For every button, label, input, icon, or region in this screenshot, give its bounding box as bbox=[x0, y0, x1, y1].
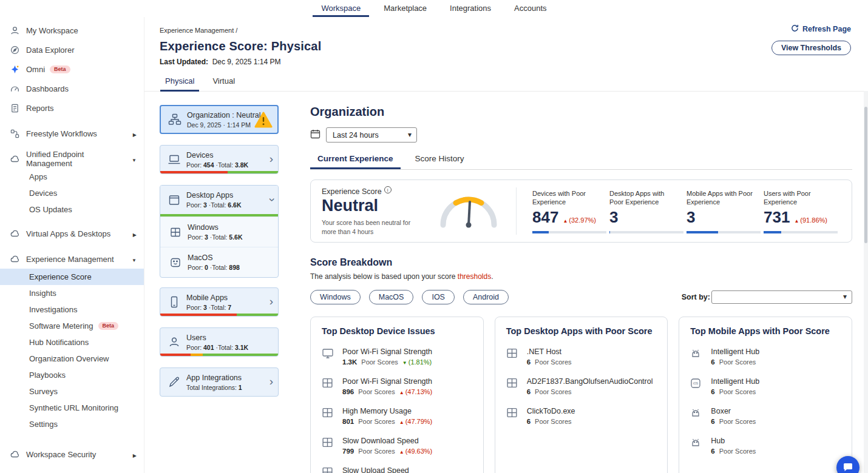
sidebar-item-uem[interactable]: Unified Endpoint Management bbox=[0, 149, 144, 169]
chevron-right-icon[interactable] bbox=[270, 298, 273, 307]
desktop-apps-card[interactable]: Desktop Apps Poor: 3 ·Total: 6.6K bbox=[160, 186, 278, 214]
sidebar-item-freestyle-workflows[interactable]: Freestyle Workflows bbox=[0, 124, 144, 143]
time-range-select[interactable]: Last 24 hours bbox=[326, 127, 417, 143]
sidebar-item-organization-overview[interactable]: Organization Overview bbox=[0, 351, 144, 367]
filter-pill-android[interactable]: Android bbox=[463, 290, 509, 304]
metric-bar bbox=[687, 231, 761, 233]
tab-virtual[interactable]: Virtual bbox=[208, 73, 240, 92]
top-tab-integrations[interactable]: Integrations bbox=[441, 0, 500, 17]
chat-bubble-icon bbox=[843, 462, 853, 473]
page-title: Experience Score: Physical bbox=[160, 39, 852, 53]
sidebar-item-label: OS Updates bbox=[29, 205, 72, 214]
sidebar-item-software-metering[interactable]: Software Metering Beta bbox=[0, 318, 144, 334]
chevron-down-icon[interactable] bbox=[132, 255, 137, 264]
sidebar: My Workspace Data Explorer Omni Beta Das… bbox=[0, 17, 144, 473]
sort-by-label: Sort by: bbox=[682, 293, 710, 301]
filter-pill-ios[interactable]: IOS bbox=[422, 290, 455, 304]
sidebar-item-apps[interactable]: Apps bbox=[0, 169, 144, 185]
issue-row[interactable]: AD2F1837.BangOlufsenAudioControl 6Poor S… bbox=[506, 377, 657, 395]
top-tab-workspace[interactable]: Workspace bbox=[313, 0, 369, 17]
issue-row[interactable]: Intelligent Hub 6Poor Scores bbox=[690, 347, 841, 366]
sidebar-item-omni[interactable]: Omni Beta bbox=[0, 59, 144, 79]
chevron-down-icon[interactable] bbox=[266, 198, 276, 201]
sidebar-item-reports[interactable]: Reports bbox=[0, 98, 144, 118]
windows-icon bbox=[168, 227, 183, 237]
sidebar-item-playbooks[interactable]: Playbooks bbox=[0, 367, 144, 383]
organization-card[interactable]: Organization : Neutral Dec 9, 2025 · 1:1… bbox=[160, 105, 279, 134]
tab-physical[interactable]: Physical bbox=[160, 73, 199, 92]
sidebar-item-experience-score[interactable]: Experience Score bbox=[0, 269, 144, 285]
top-tab-marketplace[interactable]: Marketplace bbox=[375, 0, 435, 17]
android-icon bbox=[690, 407, 705, 425]
sidebar-item-surveys[interactable]: Surveys bbox=[0, 383, 144, 400]
metric-label: Devices with Poor Experience bbox=[532, 189, 601, 207]
person-icon bbox=[10, 25, 20, 36]
sidebar-item-settings[interactable]: Settings bbox=[0, 416, 144, 432]
app-integrations-card[interactable]: App Integrations Total Integrations: 1 bbox=[160, 367, 279, 397]
issue-row[interactable]: Poor Wi-Fi Signal Strength 896Poor Score… bbox=[322, 377, 472, 395]
last-updated-label: Last Updated: bbox=[160, 58, 208, 66]
dashboard-gauge-icon bbox=[10, 84, 20, 94]
top-tab-accounts[interactable]: Accounts bbox=[506, 0, 555, 17]
desktop-apps-card-stats: Poor: 3 ·Total: 6.6K bbox=[186, 201, 242, 209]
pencil-icon bbox=[166, 376, 182, 388]
delta-up-indicator: (49.63%) bbox=[399, 448, 433, 455]
app-window-icon bbox=[322, 377, 336, 395]
issue-row[interactable]: Hub 6Poor Scores bbox=[690, 437, 841, 455]
tab-score-history[interactable]: Score History bbox=[408, 154, 472, 169]
windows-card[interactable]: Windows Poor: 3 ·Total: 5.6K bbox=[160, 216, 278, 247]
issue-row[interactable]: iOS Intelligent Hub 6Poor Scores bbox=[690, 377, 841, 395]
sidebar-item-virtual-apps-desktops[interactable]: Virtual Apps & Desktops bbox=[0, 224, 144, 243]
macos-card[interactable]: MacOS Poor: 0 ·Total: 898 bbox=[160, 247, 278, 277]
android-icon bbox=[690, 347, 705, 366]
issue-row[interactable]: High Memory Usage 801Poor Scores(47.79%) bbox=[322, 407, 472, 425]
breadcrumb[interactable]: Experience Management / bbox=[160, 27, 852, 34]
sidebar-item-data-explorer[interactable]: Data Explorer bbox=[0, 40, 144, 59]
issue-row[interactable]: ClickToDo.exe 6Poor Scores bbox=[506, 407, 657, 425]
delta-up-indicator: (47.79%) bbox=[399, 418, 433, 425]
filter-pill-macos[interactable]: MacOS bbox=[369, 290, 414, 304]
thresholds-link[interactable]: thresholds bbox=[458, 272, 491, 281]
issue-row[interactable]: Slow Download Speed 799Poor Scores(49.63… bbox=[322, 437, 472, 455]
sidebar-item-label: Hub Notifications bbox=[29, 338, 89, 347]
chevron-down-icon[interactable] bbox=[132, 155, 137, 164]
users-card[interactable]: Users Poor: 401 ·Total: 3.1K bbox=[160, 327, 279, 357]
sidebar-item-synthetic-url-monitoring[interactable]: Synthetic URL Monitoring bbox=[0, 400, 144, 416]
sidebar-item-my-workspace[interactable]: My Workspace bbox=[0, 21, 144, 40]
metric-value: 847 bbox=[532, 208, 558, 227]
chevron-right-icon[interactable] bbox=[133, 229, 137, 238]
sidebar-item-os-updates[interactable]: OS Updates bbox=[0, 201, 144, 218]
cloud-security-icon bbox=[10, 449, 20, 460]
sidebar-item-workspace-security[interactable]: Workspace Security bbox=[0, 444, 144, 464]
chevron-right-icon[interactable] bbox=[133, 450, 137, 459]
sidebar-item-insights[interactable]: Insights bbox=[0, 285, 144, 301]
issue-row[interactable]: Boxer 6Poor Scores bbox=[690, 407, 841, 425]
chevron-right-icon[interactable] bbox=[133, 129, 137, 138]
top-navigation: Workspace Marketplace Integrations Accou… bbox=[0, 0, 868, 17]
chevron-right-icon[interactable] bbox=[270, 155, 273, 164]
issue-row[interactable]: Slow Upload Speed 799Poor Scores(49.63%) bbox=[322, 466, 472, 473]
sort-by-select[interactable] bbox=[711, 290, 852, 304]
view-thresholds-button[interactable]: View Thresholds bbox=[771, 41, 851, 55]
sidebar-item-label: Omni bbox=[26, 65, 45, 74]
column-title: Top Desktop Apps with Poor Score bbox=[506, 326, 657, 336]
issue-row[interactable]: Poor Wi-Fi Signal Strength 1.3KPoor Scor… bbox=[322, 347, 472, 366]
app-window-icon bbox=[322, 466, 336, 473]
filter-pill-windows[interactable]: Windows bbox=[310, 290, 361, 304]
tab-current-experience[interactable]: Current Experience bbox=[310, 154, 401, 169]
scrollbar-thumb[interactable] bbox=[864, 107, 867, 243]
app-window-icon bbox=[506, 347, 521, 366]
issue-row[interactable]: .NET Host 6Poor Scores bbox=[506, 347, 657, 366]
sidebar-item-devices[interactable]: Devices bbox=[0, 185, 144, 201]
devices-card[interactable]: Devices Poor: 454 ·Total: 3.8K bbox=[160, 145, 279, 174]
sidebar-item-hub-notifications[interactable]: Hub Notifications bbox=[0, 334, 144, 351]
info-icon[interactable] bbox=[384, 186, 392, 193]
sidebar-item-dashboards[interactable]: Dashboards bbox=[0, 79, 144, 98]
sidebar-item-investigations[interactable]: Investigations bbox=[0, 301, 144, 318]
refresh-page-button[interactable]: Refresh Page bbox=[791, 24, 851, 34]
vertical-scrollbar[interactable] bbox=[864, 91, 868, 473]
metric-bar bbox=[532, 231, 606, 233]
mobile-apps-card[interactable]: Mobile Apps Poor: 3 ·Total: 7 bbox=[160, 287, 279, 317]
sidebar-item-experience-management[interactable]: Experience Management bbox=[0, 249, 144, 269]
chevron-right-icon[interactable] bbox=[270, 378, 273, 387]
